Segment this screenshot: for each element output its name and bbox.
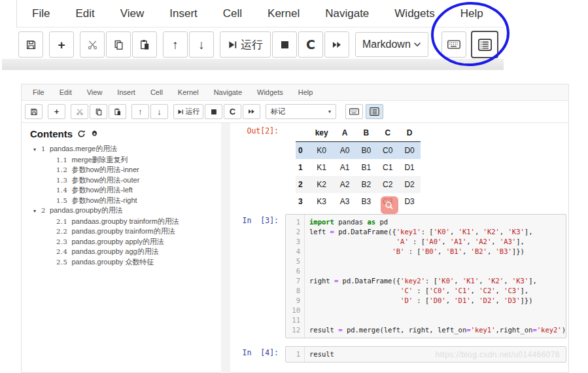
- move-down-button[interactable]: ↓: [189, 31, 214, 58]
- nb-menu-item-widgets[interactable]: Widgets: [257, 88, 283, 96]
- line-number-gutter: 1: [286, 347, 305, 362]
- toc-list-icon: [478, 39, 492, 51]
- nb-toc-toggle-button[interactable]: [366, 104, 383, 119]
- collapse-arrow-icon[interactable]: ▾: [33, 206, 41, 217]
- scroll-shadow-bar: [2, 59, 504, 70]
- restart-kernel-button[interactable]: C: [298, 31, 323, 58]
- nb-save-button[interactable]: [25, 104, 43, 119]
- toc-list: ▾1pandas.merge的用法1.1merge删除重复列1.2参数how的用…: [30, 144, 221, 267]
- celltype-value: Markdown: [362, 39, 411, 50]
- table-row: 0K0A0B0C0D0: [296, 142, 421, 160]
- toc-item[interactable]: 1.1merge删除重复列: [30, 155, 221, 166]
- dataframe-table: keyABCD 0K0A0B0C0D01K1A1B1C1D12K2A2B2C2D…: [296, 124, 421, 210]
- nb-menu-item-file[interactable]: File: [33, 88, 44, 96]
- notebook-menubar: File Edit View Insert Cell Kernel Naviga…: [22, 84, 568, 101]
- nb-cut-button[interactable]: [71, 104, 88, 119]
- output-cell-2: Out[2]: keyABCD 0K0A0B0C0D01K1A1B1C1D12K…: [230, 124, 568, 210]
- menu-item-navigate[interactable]: Navigate: [325, 7, 369, 20]
- toc-item[interactable]: 1.2参数how的用法-inner: [30, 165, 221, 175]
- menu-item-file[interactable]: File: [32, 7, 50, 20]
- nb-paste-button[interactable]: [109, 104, 126, 119]
- nb-move-up-button[interactable]: ↑: [131, 104, 149, 119]
- dataframe-body: 0K0A0B0C0D01K1A1B1C1D12K2A2B2C2D23K3A3B3…: [296, 142, 421, 211]
- nb-menu-item-help[interactable]: Help: [298, 88, 313, 96]
- toc-sidebar: Contents ▾1pandas.merge的用法1.1merge删除重复列1…: [22, 123, 221, 373]
- paste-icon: [139, 39, 150, 50]
- copy-button[interactable]: [106, 31, 131, 58]
- nb-add-cell-button[interactable]: +: [48, 104, 65, 119]
- stop-button[interactable]: [272, 31, 297, 58]
- run-button[interactable]: 运行: [220, 31, 271, 58]
- menu-item-widgets[interactable]: Widgets: [394, 7, 434, 20]
- line-number-gutter: 123456789101112: [286, 215, 305, 338]
- toc-item[interactable]: 2.2pandas.groupby trainform的用法: [30, 226, 221, 237]
- move-up-icon: ↑: [138, 107, 143, 116]
- save-button[interactable]: [18, 31, 43, 58]
- toc-toggle-button[interactable]: [471, 31, 498, 58]
- nb-menu-item-view[interactable]: View: [87, 88, 103, 96]
- nb-restart-kernel-button[interactable]: C: [224, 104, 241, 119]
- toc-list-icon: [370, 107, 379, 116]
- toc-item[interactable]: 2.4pandas.groupby agg的用法: [30, 247, 221, 257]
- nb-menu-item-navigate[interactable]: Navigate: [214, 88, 242, 96]
- zoomed-menubar: File Edit View Insert Cell Kernel Naviga…: [16, 0, 504, 27]
- nb-stop-button[interactable]: [205, 104, 222, 119]
- dataframe-header: keyABCD: [296, 124, 421, 142]
- save-icon: [26, 39, 37, 50]
- menu-item-edit[interactable]: Edit: [75, 7, 94, 20]
- code-editor-4[interactable]: 1 result https://blog.csdn.net/u01446607…: [285, 346, 566, 363]
- run-icon: [177, 109, 184, 115]
- in-prompt: In [3]:: [230, 214, 285, 338]
- paste-button[interactable]: [132, 31, 157, 58]
- dropdown-caret-icon: ▾: [328, 109, 331, 115]
- restart-run-all-button[interactable]: [324, 31, 349, 58]
- refresh-icon[interactable]: [77, 130, 86, 138]
- menu-item-help[interactable]: Help: [460, 7, 483, 20]
- notebook-toolbar: + ↑ ↓ 运行 C 标记 ▾: [22, 101, 568, 123]
- toc-item[interactable]: 2.5pandas.groupby 众数特征: [30, 257, 221, 268]
- toc-item[interactable]: ▾2pandas.groupby的用法: [30, 205, 221, 217]
- nb-celltype-dropdown[interactable]: 标记 ▾: [266, 104, 336, 119]
- sidebar-scrollbar[interactable]: [221, 123, 230, 373]
- save-icon: [30, 108, 38, 116]
- menu-item-kernel[interactable]: Kernel: [268, 7, 300, 20]
- csdn-watermark: https://blog.csdn.net/u014466076: [436, 350, 560, 359]
- celltype-dropdown[interactable]: Markdown: [355, 32, 428, 57]
- menu-item-insert[interactable]: Insert: [169, 7, 198, 20]
- cells-area: Out[2]: keyABCD 0K0A0B0C0D01K1A1B1C1D12K…: [230, 123, 568, 373]
- toc-item[interactable]: 2.1pandaas.groupby trainform的用法: [30, 217, 221, 227]
- nb-menu-item-edit[interactable]: Edit: [60, 88, 72, 96]
- keyboard-icon: [349, 107, 359, 116]
- toc-item[interactable]: ▾1pandas.merge的用法: [30, 144, 221, 155]
- menu-item-cell[interactable]: Cell: [223, 7, 242, 20]
- command-palette-button[interactable]: [441, 31, 466, 58]
- toc-item[interactable]: 1.3参数how的用法-outer: [30, 175, 221, 186]
- nb-copy-button[interactable]: [90, 104, 107, 119]
- add-cell-button[interactable]: +: [49, 31, 74, 58]
- image-zoom-overlay-button[interactable]: [381, 196, 398, 214]
- nb-menu-item-insert[interactable]: Insert: [117, 88, 135, 96]
- nb-run-button[interactable]: 运行: [173, 104, 203, 119]
- collapse-arrow-icon[interactable]: ▾: [33, 145, 41, 155]
- copy-icon: [95, 108, 103, 116]
- add-cell-icon: +: [54, 107, 60, 116]
- restart-kernel-icon: C: [306, 37, 315, 52]
- menu-item-view[interactable]: View: [120, 7, 145, 20]
- gear-icon[interactable]: [90, 130, 99, 138]
- nb-restart-run-all-button[interactable]: [243, 104, 260, 119]
- stop-icon: [210, 108, 218, 116]
- toc-item[interactable]: 2.3pandas.groupby apply的用法: [30, 237, 221, 247]
- move-up-button[interactable]: ↑: [163, 31, 188, 58]
- move-up-icon: ↑: [172, 39, 179, 51]
- run-button-label: 运行: [241, 37, 263, 52]
- toc-item[interactable]: 1.4参数how的用法-left: [30, 185, 221, 196]
- run-icon: [228, 40, 237, 50]
- code-cell-3: In [3]: 123456789101112 import pandas as…: [230, 214, 568, 338]
- nb-menu-item-cell[interactable]: Cell: [150, 88, 163, 96]
- cut-button[interactable]: [80, 31, 105, 58]
- toc-item[interactable]: 1.5参数how的用法-right: [30, 196, 221, 206]
- nb-command-palette-button[interactable]: [345, 104, 363, 119]
- nb-move-down-button[interactable]: ↓: [150, 104, 168, 119]
- nb-menu-item-kernel[interactable]: Kernel: [178, 88, 199, 96]
- code-editor-3[interactable]: 123456789101112 import pandas as pdleft …: [285, 214, 566, 338]
